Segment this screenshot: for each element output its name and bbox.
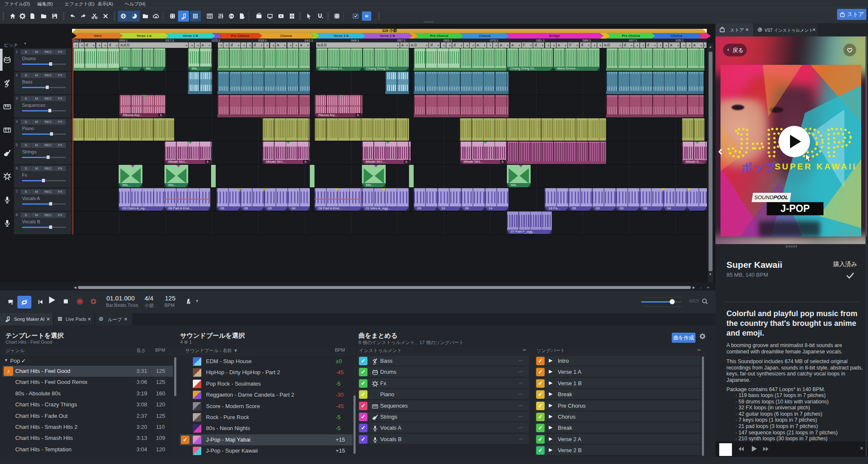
- svg-text:4: 4: [322, 17, 323, 19]
- svg-text:FX: FX: [230, 15, 234, 18]
